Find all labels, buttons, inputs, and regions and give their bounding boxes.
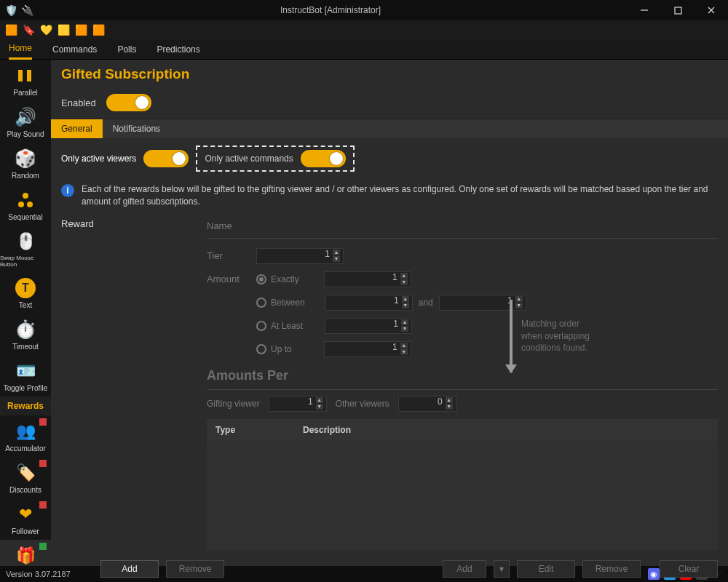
speaker-icon: 🔊 — [11, 104, 40, 130]
add-reward-button[interactable]: Add — [100, 560, 159, 578]
gift-icon: 🎁 — [11, 543, 40, 566]
radio-at-least[interactable] — [256, 321, 266, 331]
gifting-viewer-label: Gifting viewer — [207, 399, 260, 409]
parallel-icon — [11, 63, 40, 89]
remove-reward-button[interactable]: Remove — [166, 560, 224, 578]
subtab-general[interactable]: General — [51, 119, 103, 138]
clock-icon: ⏱️ — [11, 316, 40, 343]
other-viewers-label: Other viewers — [336, 399, 389, 409]
edit-action-button[interactable]: Edit — [517, 560, 575, 578]
add-action-dropdown[interactable]: ▾ — [494, 560, 510, 578]
at-least-input[interactable]: 1▲▼ — [325, 318, 412, 334]
discount-icon: 🏷️ — [11, 460, 40, 486]
reward-column-label: Reward — [61, 217, 207, 550]
svg-rect-2 — [27, 70, 31, 81]
sidebar-item-label: Text — [19, 301, 32, 309]
window-titlebar: 🛡️ 🔌 InstructBot [Administrator] — [0, 0, 728, 20]
svg-point-5 — [27, 202, 33, 207]
sidebar-item-sequential[interactable]: Sequential — [0, 184, 51, 226]
name-label: Name — [207, 220, 250, 231]
toolbar-icon-4[interactable]: 🟨 — [57, 23, 70, 36]
sidebar-item-parallel[interactable]: Parallel — [0, 60, 51, 101]
tab-commands[interactable]: Commands — [52, 40, 97, 59]
other-viewers-input[interactable]: 0▲▼ — [398, 396, 456, 412]
sidebar-item-play-sound[interactable]: 🔊 Play Sound — [0, 101, 51, 143]
sidebar-item-follower[interactable]: ❤ Follower — [0, 498, 51, 540]
top-tabs: Home Commands Polls Predictions — [0, 39, 728, 60]
up-to-label: Up to — [271, 344, 292, 354]
sidebar-item-label: Follower — [12, 527, 39, 535]
between-and-label: and — [419, 298, 433, 308]
sidebar: Parallel 🔊 Play Sound 🎲 Random Sequentia… — [0, 60, 51, 566]
rewards-table-header: Type Description — [207, 419, 718, 441]
at-least-label: At Least — [271, 321, 303, 331]
only-active-commands-label: Only active commands — [205, 154, 293, 164]
enabled-toggle[interactable] — [106, 94, 151, 111]
content-area: Gifted Subscription Enabled General Noti… — [51, 60, 728, 566]
tier-label: Tier — [207, 250, 250, 261]
toolbar-icon-5[interactable]: 🟧 — [74, 23, 87, 36]
toolbar-icon-3[interactable]: 💛 — [39, 23, 52, 36]
svg-point-4 — [18, 202, 24, 207]
toolbar-icon-2[interactable]: 🔖 — [22, 23, 35, 36]
accumulator-icon: 👥 — [11, 418, 40, 445]
sidebar-item-discounts[interactable]: 🏷️ Discounts — [0, 457, 51, 498]
add-action-button[interactable]: Add — [443, 560, 486, 578]
status-badge — [39, 418, 47, 426]
radio-up-to[interactable] — [256, 344, 266, 354]
between-low-input[interactable]: 1▲▼ — [325, 295, 413, 311]
status-badge — [39, 501, 47, 509]
toolbar-icon-6[interactable]: 🟧 — [92, 23, 105, 36]
page-title: Gifted Subscription — [61, 66, 718, 82]
gifting-viewer-input[interactable]: 1▲▼ — [269, 396, 327, 412]
between-label: Between — [271, 298, 305, 308]
subtab-notifications[interactable]: Notifications — [103, 119, 170, 138]
only-active-commands-toggle[interactable] — [301, 150, 346, 167]
sidebar-item-gifted-subscription[interactable]: 🎁 Gifted Subscription — [0, 540, 51, 566]
sidebar-item-text[interactable]: T Text — [0, 272, 51, 314]
remove-action-button[interactable]: Remove — [582, 560, 641, 578]
sidebar-item-timeout[interactable]: ⏱️ Timeout — [0, 314, 51, 355]
sidebar-item-label: Timeout — [12, 343, 39, 351]
sidebar-item-accumulator[interactable]: 👥 Accumulator — [0, 415, 51, 457]
exactly-input[interactable]: 1▲▼ — [324, 271, 411, 287]
sidebar-item-label: Play Sound — [7, 130, 44, 138]
tab-home[interactable]: Home — [9, 39, 32, 60]
info-text: Each of the rewards below will be gifted… — [82, 183, 718, 208]
sidebar-item-label: Sequential — [8, 213, 42, 221]
close-button[interactable] — [695, 0, 728, 20]
sidebar-item-random[interactable]: 🎲 Random — [0, 143, 51, 184]
tab-polls[interactable]: Polls — [117, 40, 136, 59]
amount-label: Amount — [207, 274, 250, 284]
up-to-input[interactable]: 1▲▼ — [324, 341, 411, 357]
rewards-table-body — [207, 441, 718, 550]
sequential-icon — [11, 187, 40, 213]
sidebar-item-toggle-profile[interactable]: 🪪 Toggle Profile — [0, 355, 51, 396]
svg-rect-0 — [675, 7, 681, 14]
only-active-viewers-label: Only active viewers — [61, 154, 136, 164]
status-badge — [39, 460, 47, 467]
sidebar-item-label: Swap Mouse Button — [0, 255, 51, 268]
only-active-viewers-toggle[interactable] — [143, 150, 189, 167]
th-description: Description — [294, 419, 360, 441]
plug-icon[interactable]: 🔌 — [20, 4, 33, 17]
radio-between[interactable] — [256, 298, 266, 308]
subtabs: General Notifications — [51, 119, 728, 138]
clear-button[interactable]: Clear — [660, 560, 718, 578]
radio-exactly[interactable] — [256, 274, 266, 284]
tier-input[interactable]: 1▲▼ — [256, 248, 344, 264]
minimize-button[interactable] — [628, 0, 661, 20]
mouse-icon: 🖱️ — [11, 228, 40, 255]
sidebar-item-swap-mouse[interactable]: 🖱️ Swap Mouse Button — [0, 226, 51, 272]
arrow-down-icon — [510, 300, 513, 372]
text-icon: T — [11, 275, 40, 301]
tab-predictions[interactable]: Predictions — [157, 40, 199, 59]
maximize-button[interactable] — [661, 0, 695, 20]
sidebar-section-rewards: Rewards — [0, 396, 51, 415]
sidebar-item-label: Random — [12, 172, 39, 180]
heart-icon: ❤ — [11, 501, 40, 527]
svg-rect-1 — [18, 70, 23, 81]
toolbar-icon-1[interactable]: 🟧 — [4, 23, 17, 36]
amounts-per-title: Amounts Per — [207, 361, 718, 386]
only-active-commands-highlight: Only active commands — [196, 146, 354, 172]
